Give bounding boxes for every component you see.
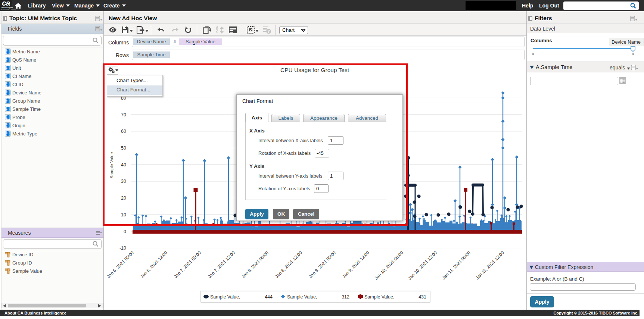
svg-text:Jan 10, 2021 00:00: Jan 10, 2021 00:00 (374, 250, 405, 281)
svg-text:Jan 8, 2021 12:00: Jan 8, 2021 12:00 (274, 250, 303, 279)
svg-text:431: 431 (419, 294, 426, 300)
svg-text:312: 312 (342, 294, 349, 300)
svg-text:Sample Value,: Sample Value, (364, 294, 394, 300)
svg-text:Jan 7, 2021 12:00: Jan 7, 2021 12:00 (207, 250, 236, 279)
svg-text:Sample Value,: Sample Value, (287, 294, 317, 300)
svg-text:Jan 9, 2021 12:00: Jan 9, 2021 12:00 (341, 250, 370, 279)
svg-text:0: 0 (124, 229, 126, 234)
svg-text:Jan 10, 2021 12:00: Jan 10, 2021 12:00 (407, 250, 438, 281)
svg-text:Jan 11, 2021 00:00: Jan 11, 2021 00:00 (441, 250, 472, 281)
svg-text:Jan 6, 2021 00:00: Jan 6, 2021 00:00 (106, 250, 135, 279)
svg-text:Jan 7, 2021 00:00: Jan 7, 2021 00:00 (173, 250, 202, 279)
svg-text:Jan 11, 2021 12:00: Jan 11, 2021 12:00 (475, 250, 505, 281)
svg-text:Jan 8, 2021 00:00: Jan 8, 2021 00:00 (240, 250, 270, 279)
svg-text:Sample Value,: Sample Value, (210, 294, 240, 300)
svg-text:444: 444 (265, 294, 273, 300)
svg-text:-10: -10 (119, 245, 126, 251)
svg-text:?: ? (267, 29, 270, 34)
svg-text:Jan 6, 2021 12:00: Jan 6, 2021 12:00 (139, 250, 168, 279)
svg-text:Jan 9, 2021 00:00: Jan 9, 2021 00:00 (308, 250, 337, 279)
